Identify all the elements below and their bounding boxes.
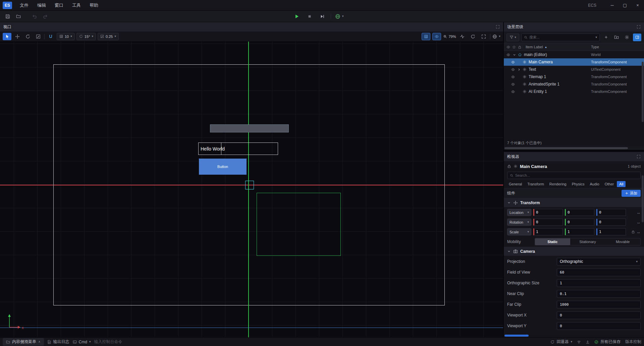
- field-of-view-input[interactable]: [557, 270, 640, 275]
- slider-widget[interactable]: [210, 124, 289, 132]
- tab-rendering[interactable]: Rendering: [547, 181, 569, 187]
- close-button[interactable]: ×: [631, 0, 644, 10]
- redo-button[interactable]: [41, 12, 50, 20]
- visibility-eye-icon[interactable]: [511, 90, 517, 94]
- scale-snap-dropdown[interactable]: 0.25 ▾: [98, 33, 119, 40]
- far-clip-field[interactable]: [557, 301, 641, 308]
- location-x-field[interactable]: [533, 209, 563, 216]
- platform-selector[interactable]: ▾: [335, 14, 344, 19]
- hierarchy-row-tilemap-1[interactable]: Tilemap 1 TransformComponent: [504, 73, 644, 80]
- menu-help[interactable]: 帮助: [85, 0, 103, 10]
- viewport-x-input[interactable]: [557, 313, 640, 318]
- hierarchy-settings-button[interactable]: [623, 34, 631, 41]
- menu-window[interactable]: 窗口: [50, 0, 68, 10]
- scale-z-input[interactable]: [597, 230, 626, 234]
- mobility-static[interactable]: Static: [535, 238, 570, 245]
- expand-icon[interactable]: [637, 25, 641, 29]
- field-of-view-field[interactable]: [557, 269, 641, 276]
- chevron-right-icon[interactable]: [517, 68, 523, 71]
- maximize-button[interactable]: ▢: [619, 0, 631, 10]
- inspector-search-input[interactable]: [515, 173, 638, 177]
- snap-toggle-button[interactable]: [46, 33, 55, 40]
- minimize-button[interactable]: ─: [606, 0, 619, 10]
- rotation-mode-dropdown[interactable]: Rotation ▾: [507, 219, 531, 226]
- far-clip-input[interactable]: [557, 302, 640, 307]
- hierarchy-horizontal-scrollbar[interactable]: [504, 147, 644, 150]
- visibility-eye-icon[interactable]: [511, 82, 517, 86]
- type-column[interactable]: Type: [591, 45, 644, 49]
- tab-all[interactable]: All: [617, 181, 626, 187]
- hierarchy-search-input[interactable]: [529, 35, 594, 39]
- scale-y-field[interactable]: [565, 228, 594, 235]
- inspector-search[interactable]: [507, 172, 641, 179]
- stop-button[interactable]: [305, 12, 314, 20]
- save-button[interactable]: [3, 12, 12, 20]
- hierarchy-search[interactable]: ▾: [521, 34, 600, 41]
- hierarchy-row-main-camera[interactable]: Main Camera TransformComponent: [504, 58, 644, 66]
- visibility-eye-icon[interactable]: [511, 75, 517, 79]
- select-tool-button[interactable]: [3, 33, 11, 40]
- expand-icon[interactable]: [637, 155, 641, 159]
- projection-select[interactable]: Orthographic ▾: [557, 258, 641, 266]
- visibility-eye-icon[interactable]: [511, 68, 517, 71]
- viewport-y-input[interactable]: [557, 324, 640, 328]
- new-folder-button[interactable]: [612, 34, 621, 41]
- visibility-button[interactable]: [432, 33, 441, 40]
- location-mode-dropdown[interactable]: Location ▾: [507, 209, 531, 216]
- move-tool-button[interactable]: [13, 33, 22, 40]
- network-icon[interactable]: [577, 340, 581, 344]
- gear-icon[interactable]: [514, 164, 518, 168]
- console-command-input[interactable]: 输入控制台命令: [94, 339, 122, 345]
- location-x-input[interactable]: [534, 210, 562, 215]
- tab-audio[interactable]: Audio: [588, 181, 602, 187]
- step-button[interactable]: [318, 12, 327, 20]
- hierarchy-row-text[interactable]: Text UITextComponent: [504, 66, 644, 73]
- rotate-tool-button[interactable]: [23, 33, 32, 40]
- location-z-input[interactable]: [597, 210, 626, 215]
- inspector-vertical-scrollbar[interactable]: [642, 175, 644, 222]
- button-widget[interactable]: Button: [199, 159, 247, 175]
- orthographic-size-input[interactable]: [557, 281, 640, 285]
- tab-general[interactable]: General: [506, 181, 524, 187]
- filter-button[interactable]: ▾: [506, 34, 519, 41]
- output-log-button[interactable]: 输出日志: [47, 339, 69, 345]
- menu-tools[interactable]: 工具: [68, 0, 85, 10]
- mobility-movable[interactable]: Movable: [605, 238, 640, 245]
- tab-transform[interactable]: Transform: [525, 181, 546, 187]
- scale-x-field[interactable]: [533, 228, 563, 235]
- location-z-field[interactable]: [596, 209, 626, 216]
- panel-toggle-button[interactable]: [633, 34, 641, 41]
- eye-column-icon[interactable]: [506, 45, 512, 49]
- viewport-x-field[interactable]: [557, 311, 641, 319]
- tab-physics[interactable]: Physics: [570, 181, 587, 187]
- scale-y-input[interactable]: [566, 230, 594, 234]
- rotation-z-input[interactable]: [597, 220, 626, 224]
- add-component-button[interactable]: 添加: [622, 190, 641, 197]
- open-folder-button[interactable]: [14, 12, 23, 20]
- version-control-button[interactable]: 版本控制: [625, 339, 641, 345]
- hierarchy-row-animatedsprite-1[interactable]: AnimatedSprite 1 TransformComponent: [504, 80, 644, 88]
- history-dropdown[interactable]: 回退器 ▾: [550, 339, 572, 345]
- near-clip-input[interactable]: [557, 292, 640, 296]
- grid-snap-dropdown[interactable]: 10 ▾: [57, 33, 75, 40]
- add-entity-button[interactable]: [602, 34, 610, 41]
- orthographic-size-field[interactable]: [557, 279, 641, 287]
- link-axes-icon[interactable]: ↔: [637, 220, 641, 225]
- viewport-canvas[interactable]: Hello World Button x: [0, 42, 503, 337]
- rotation-z-field[interactable]: [596, 219, 626, 226]
- content-drawer-button[interactable]: 内容侧滑菜单 ∧: [3, 338, 44, 346]
- star-column-icon[interactable]: [512, 45, 518, 49]
- viewport-world-dropdown[interactable]: ▾: [492, 34, 500, 39]
- rotation-y-field[interactable]: [565, 219, 594, 226]
- hierarchy-row-main-editor[interactable]: main (Editor) World: [504, 51, 644, 58]
- menu-file[interactable]: 文件: [15, 0, 33, 10]
- cmd-dropdown[interactable]: Cmd ▾: [73, 340, 91, 344]
- hierarchy-vertical-scrollbar[interactable]: [642, 62, 644, 122]
- camera-section-header[interactable]: Camera: [504, 247, 644, 256]
- rotation-y-input[interactable]: [566, 220, 594, 224]
- download-icon[interactable]: [586, 340, 590, 344]
- transform-section-header[interactable]: Transform: [504, 198, 644, 208]
- scale-tool-button[interactable]: [34, 33, 43, 40]
- reset-view-button[interactable]: [469, 33, 477, 40]
- hierarchy-row-ai-entity-1[interactable]: AI Entity 1 TransformComponent: [504, 88, 644, 95]
